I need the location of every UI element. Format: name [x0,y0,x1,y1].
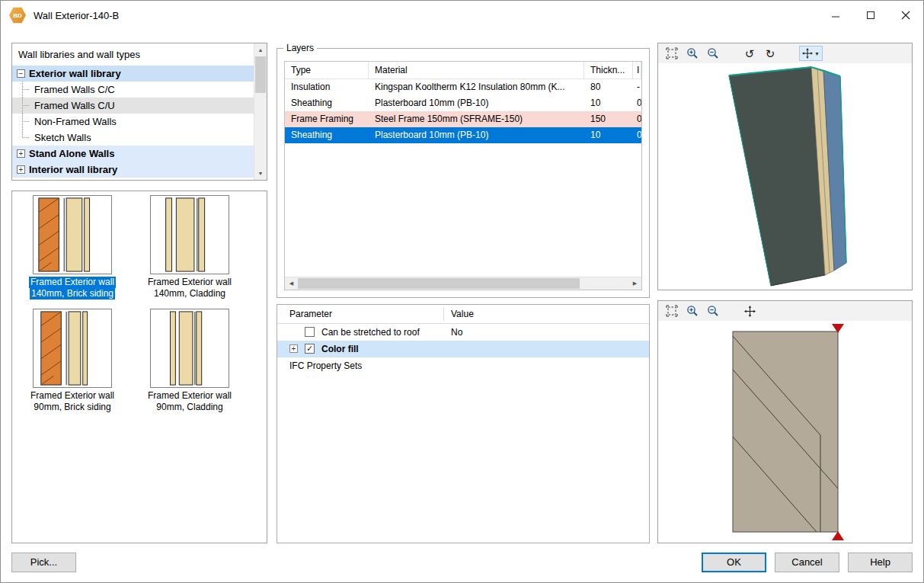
column-divider[interactable] [443,307,444,321]
column-header-thickness[interactable]: Thickn... [584,62,633,78]
layer-row-insulation[interactable]: Insulation Kingspan Kooltherm K12 Insula… [285,79,641,95]
wall-type-label: Framed Exterior wall 90mm, Brick siding [15,390,129,413]
param-row-can-be-stretched[interactable]: Can be stretched to roof No [277,324,649,341]
preview-2d-toolbar [658,301,912,321]
zoom-out-icon[interactable] [705,46,721,61]
tree-item-exterior-wall-library[interactable]: − Exterior wall library [12,66,254,82]
param-label: Color fill [321,344,359,354]
collapse-icon[interactable]: − [17,69,25,78]
param-row-ifc-property-sets[interactable]: IFC Property Sets [277,357,649,374]
layer-row-frame-framing[interactable]: Frame Framing Steel Frame 150mm (SFRAME-… [285,111,641,127]
layer-extra-cell: 0 [633,127,641,143]
tree-item-label: Sketch Walls [34,132,91,143]
wall-type-item-140-brick[interactable]: Framed Exterior wall 140mm, Brick siding [15,195,129,300]
pan-move-icon[interactable] [742,303,757,319]
expand-icon[interactable]: + [17,165,25,174]
scroll-right-icon[interactable]: ▶ [628,277,641,290]
title-bar: BD Wall Exterior-140-B [1,1,923,30]
scrollbar-thumb[interactable] [255,56,266,93]
layer-thickness-cell: 10 [584,127,633,143]
layer-material-cell: Plasterboard 10mm (PB-10) [369,95,584,111]
maximize-icon [866,11,875,20]
param-value[interactable]: No [451,327,462,338]
layer-row-sheathing-1[interactable]: Sheathing Plasterboard 10mm (PB-10) 10 0 [285,95,641,111]
scroll-up-icon[interactable]: ▲ [254,43,267,56]
tree-item-interior-wall-library[interactable]: + Interior wall library [12,162,254,178]
tree-item-label: Interior wall library [29,164,117,175]
checkbox-checked[interactable]: ✓ [305,344,315,354]
tree-item-framed-walls-cu[interactable]: Framed Walls C/U [12,98,254,114]
layer-thickness-cell: 10 [584,95,633,111]
dropdown-icon[interactable]: ▼ [814,51,820,56]
tree-header: Wall libraries and wall types [12,43,267,64]
pick-button[interactable]: Pick... [11,553,76,572]
help-button[interactable]: Help [848,553,913,572]
cancel-button[interactable]: Cancel [775,553,839,572]
zoom-in-icon[interactable] [685,46,700,61]
horizontal-scrollbar[interactable]: ◀ ▶ [285,277,641,290]
rotate-ccw-icon[interactable]: ↺ [742,46,757,61]
layer-material-cell: Steel Frame 150mm (SFRAME-150) [369,111,584,127]
layer-type-cell: Sheathing [285,95,369,111]
tree-item-label: Non-Framed Walls [34,116,117,127]
tree-branch-line [22,114,34,130]
maximize-button[interactable] [853,1,888,30]
wall-2d-section-view[interactable] [658,321,912,543]
wall-type-item-90-cladding[interactable]: Framed Exterior wall 90mm, Cladding [133,309,247,413]
preview-3d-toolbar: ↺ ↻ ▼ [658,43,912,63]
layer-type-cell: Sheathing [285,127,369,143]
orbit-pan-button[interactable]: ▼ [799,46,823,61]
frame-zoom-icon[interactable] [664,303,679,319]
scroll-down-icon[interactable]: ▼ [254,167,267,180]
column-header-value[interactable]: Value [451,309,474,319]
wall-3d-view[interactable] [658,63,912,290]
wall-section-thumbnail [33,309,112,388]
tree-item-label: Stand Alone Walls [29,148,114,159]
wall-type-item-140-cladding[interactable]: Framed Exterior wall 140mm, Cladding [133,195,247,300]
section-marker-bottom [832,531,844,540]
param-row-color-fill[interactable]: + ✓ Color fill [277,341,649,357]
app-icon-label: BD [13,12,22,19]
wall-type-label: Framed Exterior wall 90mm, Cladding [133,390,247,413]
expand-icon[interactable]: + [289,344,298,353]
layer-extra-cell: 0 [633,95,641,111]
tree-item-sketch-walls[interactable]: Sketch Walls [12,130,254,146]
ok-button[interactable]: OK [702,553,766,572]
column-header-material[interactable]: Material [369,62,584,78]
zoom-out-icon[interactable] [705,303,721,319]
window-title: Wall Exterior-140-B [34,10,119,21]
tree-branch-line [22,98,34,114]
tree-item-stand-alone-walls[interactable]: + Stand Alone Walls [12,146,254,162]
close-button[interactable] [888,1,923,30]
layer-row-sheathing-2-selected[interactable]: Sheathing Plasterboard 10mm (PB-10) 10 0 [285,127,641,143]
wall-type-item-90-brick[interactable]: Framed Exterior wall 90mm, Brick siding [15,309,129,413]
scrollbar-thumb[interactable] [298,278,580,289]
expand-icon[interactable]: + [17,149,25,158]
minimize-button[interactable] [818,1,853,30]
preview-2d-panel [657,300,913,543]
layer-extra-cell: 0 [633,111,641,127]
tree-body: − Exterior wall library Framed Walls C/C… [12,66,254,178]
checkbox-unchecked[interactable] [305,327,315,337]
tree-item-framed-walls-cc[interactable]: Framed Walls C/C [12,82,254,98]
tree-branch-line [22,82,34,98]
scroll-left-icon[interactable]: ◀ [285,277,298,290]
window-controls [818,1,923,30]
wall-section-thumbnail [150,195,229,274]
layers-group-label: Layers [283,43,317,53]
param-label: Can be stretched to roof [321,327,420,338]
layer-type-cell: Frame Framing [285,111,369,127]
wall-library-tree-panel: Wall libraries and wall types − Exterior… [11,43,267,181]
column-header-parameter[interactable]: Parameter [289,309,332,319]
param-label: IFC Property Sets [289,360,362,371]
column-header-extra[interactable]: I [633,62,641,78]
vertical-scrollbar[interactable]: ▲ ▼ [254,43,267,180]
wall-section-thumbnail [33,195,112,274]
tree-item-non-framed-walls[interactable]: Non-Framed Walls [12,114,254,130]
preview-3d-panel: ↺ ↻ ▼ [657,43,913,290]
frame-zoom-icon[interactable] [664,46,679,61]
zoom-in-icon[interactable] [685,303,700,319]
column-header-type[interactable]: Type [285,62,369,78]
wall-section-thumbnail [150,309,229,388]
rotate-cw-icon[interactable]: ↻ [763,46,778,61]
